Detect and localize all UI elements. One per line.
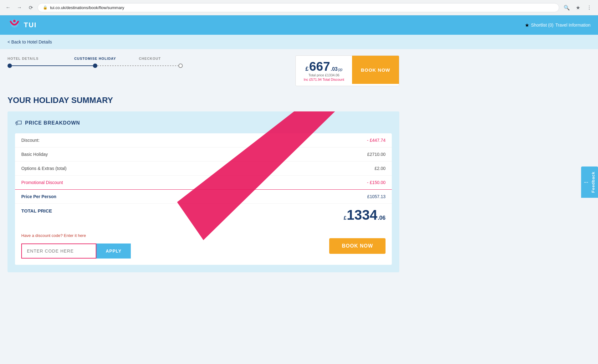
tui-logo-icon	[8, 19, 21, 31]
step-label-checkout: CHECKOUT	[139, 57, 161, 60]
book-now-bottom-button[interactable]: BOOK NOW	[329, 238, 386, 254]
discount-code-label: Have a discount code? Enter it here	[21, 233, 131, 238]
discount-tag: Inc £571.94 Total Discount	[302, 78, 346, 81]
svg-point-1	[13, 20, 16, 22]
shortlist-link[interactable]: Shortlist (0)	[531, 23, 554, 28]
price-int: 667	[309, 60, 330, 73]
main-content: HOTEL DETAILS CUSTOMISE HOLIDAY CHECKOUT	[0, 49, 407, 279]
breakdown-row-total: TOTAL PRICE £ 1334 .06	[15, 204, 392, 228]
row-value-options: £2.00	[375, 166, 386, 171]
menu-icon-btn[interactable]: ⋮	[584, 3, 594, 13]
header-right-area: ★ Shortlist (0) Travel Information	[525, 22, 590, 28]
row-label-options: Options & Extras (total)	[21, 166, 67, 171]
price-breakdown-card: 🏷 PRICE BREAKDOWN Discount: - £447.74	[8, 111, 399, 272]
page-title: YOUR HOLIDAY SUMMARY	[8, 95, 399, 105]
row-label-ppp: Price Per Person	[21, 194, 56, 199]
step-label-hotel: HOTEL DETAILS	[8, 57, 38, 60]
breakdown-row-options: Options & Extras (total) £2.00	[15, 161, 392, 176]
progress-line-dashed	[97, 65, 178, 66]
travel-info-link[interactable]: Travel Information	[555, 23, 590, 28]
price-row-top: £ 667 .03 pp	[302, 60, 346, 73]
feedback-dots-icon: ⋮	[584, 180, 588, 184]
feedback-label: Feedback	[591, 172, 595, 193]
breakdown-row-promotional: Promotional Discount - £150.00	[15, 176, 392, 190]
feedback-tab[interactable]: ⋮ Feedback	[581, 167, 598, 198]
browser-right-icons: 🔍 ★ ⋮	[562, 3, 594, 13]
price-info-box: £ 667 .03 pp Total price £1334.06 Inc £5…	[296, 56, 352, 86]
price-pound: £	[305, 66, 309, 72]
progress-bar	[8, 64, 183, 68]
discount-code-input[interactable]	[21, 244, 96, 259]
browser-chrome: ← → ⟳ 🔒 tui.co.uk/destinations/book/flow…	[0, 0, 598, 15]
tui-logo: TUI	[8, 19, 37, 31]
row-value-basic: £2710.00	[367, 152, 386, 157]
breakdown-table: Discount: - £447.74 Basic Holiday £2710.…	[15, 133, 392, 265]
url-text: tui.co.uk/destinations/book/flow/summary	[50, 5, 124, 10]
step-dot-hotel	[8, 64, 12, 68]
row-value-discount: - £447.74	[367, 138, 386, 143]
total-price-display: £ 1334 .06	[344, 208, 386, 222]
row-value-ppp: £1057.13	[367, 194, 386, 199]
price-breakdown-title: PRICE BREAKDOWN	[25, 120, 80, 126]
forward-button[interactable]: →	[15, 3, 24, 12]
star-icon: ★	[525, 22, 529, 28]
breakdown-row-basic: Basic Holiday £2710.00	[15, 147, 392, 161]
discount-and-book-row: Have a discount code? Enter it here APPL…	[15, 228, 392, 265]
tui-logo-text: TUI	[24, 21, 37, 29]
total-label: TOTAL PRICE	[21, 208, 52, 222]
sub-header: < Back to Hotel Details	[0, 35, 598, 49]
step-label-customise: CUSTOMISE HOLIDAY	[74, 57, 116, 60]
row-value-promotional: - £150.00	[367, 180, 386, 185]
breakdown-row-discount: Discount: - £447.74	[15, 133, 392, 147]
discount-code-area: Have a discount code? Enter it here APPL…	[21, 233, 131, 259]
bookmark-icon-btn[interactable]: ★	[573, 3, 583, 13]
price-dec: .03	[331, 66, 338, 72]
back-button[interactable]: ←	[4, 3, 13, 12]
price-tag-icon: 🏷	[15, 119, 22, 127]
row-label-basic: Basic Holiday	[21, 152, 48, 157]
lock-icon: 🔒	[43, 5, 48, 10]
price-per-person: pp	[338, 67, 342, 72]
discount-input-row: APPLY	[21, 244, 131, 259]
row-label-promotional: Promotional Discount	[21, 180, 63, 185]
steps-section: HOTEL DETAILS CUSTOMISE HOLIDAY CHECKOUT	[8, 55, 295, 68]
step-dot-checkout	[178, 64, 183, 68]
apply-button[interactable]: APPLY	[96, 244, 131, 259]
progress-line-solid	[12, 65, 93, 66]
reload-button[interactable]: ⟳	[26, 3, 35, 12]
step-dot-customise	[93, 64, 97, 68]
tui-header: TUI ★ Shortlist (0) Travel Information	[0, 15, 598, 35]
step-labels-row: HOTEL DETAILS CUSTOMISE HOLIDAY CHECKOUT	[8, 55, 183, 61]
total-int: 1334	[347, 208, 377, 222]
total-price-row: Total price £1334.06	[302, 73, 346, 77]
search-icon-btn[interactable]: 🔍	[562, 3, 572, 13]
steps-and-pricing: HOTEL DETAILS CUSTOMISE HOLIDAY CHECKOUT	[8, 55, 399, 86]
price-breakdown-header: 🏷 PRICE BREAKDOWN	[15, 119, 392, 127]
breakdown-row-ppp: Price Per Person £1057.13	[15, 190, 392, 204]
total-pound: £	[344, 215, 346, 221]
address-bar[interactable]: 🔒 tui.co.uk/destinations/book/flow/summa…	[38, 3, 559, 12]
book-now-header-button[interactable]: BOOK NOW	[352, 56, 399, 84]
back-to-hotel-link[interactable]: < Back to Hotel Details	[8, 39, 52, 44]
row-label-discount: Discount:	[21, 138, 39, 143]
pricing-and-btn: £ 667 .03 pp Total price £1334.06 Inc £5…	[295, 55, 399, 86]
total-dec: .06	[378, 215, 386, 221]
